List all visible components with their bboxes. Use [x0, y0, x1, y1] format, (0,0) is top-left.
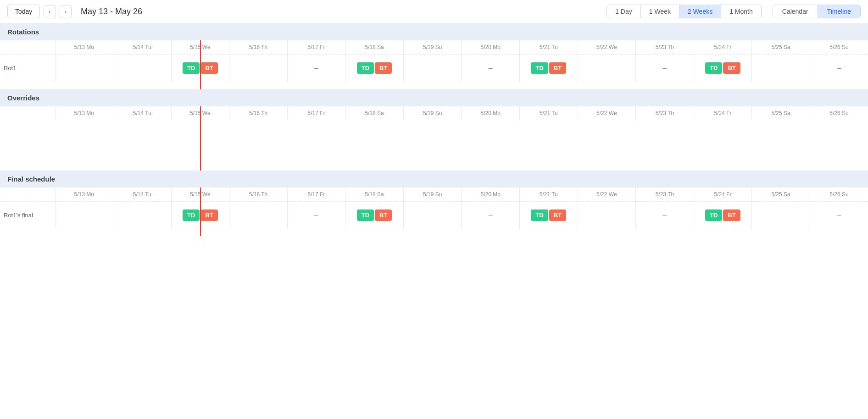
rot1-cell-2[interactable]: TD BT	[171, 55, 229, 82]
col-header-3: 5/16 Th	[229, 106, 288, 120]
bt-chip[interactable]: BT	[200, 210, 217, 221]
rot1-cell-13: –	[810, 55, 868, 82]
final-cell-13: –	[810, 201, 868, 229]
td-chip[interactable]: TD	[183, 62, 200, 74]
col-header-0: 5/13 Mo	[55, 106, 113, 120]
col-header-0: 5/13 Mo	[55, 187, 113, 202]
dash: –	[837, 64, 841, 72]
overrides-header-row: 5/13 Mo 5/14 Tu 5/15 We 5/16 Th 5/17 Fr …	[0, 106, 868, 120]
overrides-section: Overrides 5/13 Mo 5/14 Tu 5/15 We 5/16 T…	[0, 89, 868, 171]
rot1-cell-1	[113, 55, 172, 82]
rot1-cell-3	[229, 55, 288, 82]
final-cell-1	[113, 201, 172, 229]
mode-calendar[interactable]: Calendar	[773, 5, 818, 18]
next-button[interactable]: ›	[60, 5, 72, 18]
rotations-header: Rotations	[0, 23, 868, 40]
col-header-9: 5/22 We	[578, 187, 636, 202]
col-header-12: 5/25 Sa	[752, 106, 810, 120]
col-header-13: 5/26 Su	[810, 106, 868, 120]
col-header-2: 5/15 We	[171, 40, 229, 55]
prev-button[interactable]: ‹	[44, 5, 56, 18]
rot1-cell-12	[752, 55, 810, 82]
col-header-8: 5/21 Tu	[520, 106, 578, 120]
rot1-cell-7: –	[462, 55, 520, 82]
final-cell-5[interactable]: TD BT	[345, 201, 404, 229]
col-header-2: 5/15 We	[171, 187, 229, 202]
td-chip[interactable]: TD	[357, 210, 374, 221]
col-header-11: 5/24 Fr	[694, 40, 752, 55]
overrides-header: Overrides	[0, 89, 868, 106]
col-header-4: 5/17 Fr	[287, 106, 345, 120]
col-header-8: 5/21 Tu	[520, 40, 578, 55]
rot1-cell-11[interactable]: TD BT	[694, 55, 752, 82]
row-label-header	[0, 40, 55, 55]
col-header-6: 5/19 Su	[403, 40, 462, 55]
dash: –	[662, 64, 667, 72]
mode-timeline[interactable]: Timeline	[818, 5, 860, 18]
rot1-label: Rot1	[0, 55, 55, 82]
col-header-4: 5/17 Fr	[287, 187, 345, 202]
bt-chip[interactable]: BT	[375, 62, 392, 74]
dash: –	[489, 211, 493, 219]
final-cell-2[interactable]: TD BT	[171, 201, 229, 229]
bt-chip[interactable]: BT	[549, 210, 566, 221]
td-chip[interactable]: TD	[357, 62, 374, 74]
rot1-cell-0	[55, 55, 113, 82]
bt-chip[interactable]: BT	[549, 62, 566, 74]
col-header-9: 5/22 We	[578, 106, 636, 120]
today-button[interactable]: Today	[7, 5, 40, 18]
final-cell-6	[403, 201, 462, 229]
mode-group: Calendar Timeline	[773, 5, 861, 18]
dash: –	[314, 64, 318, 72]
final-cell-3	[229, 201, 288, 229]
rot1-cell-9	[578, 55, 636, 82]
dash: –	[662, 211, 667, 219]
view-1week[interactable]: 1 Week	[641, 5, 679, 18]
final-cell-12	[752, 201, 810, 229]
col-header-3: 5/16 Th	[229, 40, 288, 55]
final-cell-10: –	[636, 201, 694, 229]
rot1-row: Rot1 TD BT – TD BT	[0, 55, 868, 82]
final-cell-9	[578, 201, 636, 229]
rot1-cell-4: –	[287, 55, 345, 82]
col-header-10: 5/23 Th	[636, 106, 694, 120]
final-cell-8[interactable]: TD BT	[520, 201, 578, 229]
rot1-cell-6	[403, 55, 462, 82]
col-header-6: 5/19 Su	[403, 106, 462, 120]
toolbar: Today ‹ › May 13 - May 26 1 Day 1 Week 2…	[0, 0, 868, 23]
overrides-table: 5/13 Mo 5/14 Tu 5/15 We 5/16 Th 5/17 Fr …	[0, 106, 868, 171]
final-cell-11[interactable]: TD BT	[694, 201, 752, 229]
bt-chip[interactable]: BT	[375, 210, 392, 221]
view-1day[interactable]: 1 Day	[607, 5, 641, 18]
td-chip[interactable]: TD	[183, 210, 200, 221]
col-header-1: 5/14 Tu	[113, 40, 172, 55]
col-header-7: 5/20 Mo	[462, 40, 520, 55]
col-header-13: 5/26 Su	[810, 187, 868, 202]
rot1-cell-5[interactable]: TD BT	[345, 55, 404, 82]
col-header-5: 5/18 Sa	[345, 187, 404, 202]
dash: –	[314, 211, 318, 219]
td-chip[interactable]: TD	[705, 62, 722, 74]
view-2weeks[interactable]: 2 Weeks	[679, 5, 721, 18]
bt-chip[interactable]: BT	[723, 210, 740, 221]
final-cell-4: –	[287, 201, 345, 229]
rot1-cell-10: –	[636, 55, 694, 82]
rotations-header-row: 5/13 Mo 5/14 Tu 5/15 We 5/16 Th 5/17 Fr …	[0, 40, 868, 55]
rot1-cell-8[interactable]: TD BT	[520, 55, 578, 82]
final-schedule-table: 5/13 Mo 5/14 Tu 5/15 We 5/16 Th 5/17 Fr …	[0, 187, 868, 237]
col-header-12: 5/25 Sa	[752, 40, 810, 55]
col-header-11: 5/24 Fr	[694, 187, 752, 202]
col-header-11: 5/24 Fr	[694, 106, 752, 120]
td-chip[interactable]: TD	[531, 62, 548, 74]
col-header-2: 5/15 We	[171, 106, 229, 120]
bt-chip[interactable]: BT	[723, 62, 740, 74]
td-chip[interactable]: TD	[531, 210, 548, 221]
final-header-row: 5/13 Mo 5/14 Tu 5/15 We 5/16 Th 5/17 Fr …	[0, 187, 868, 202]
view-1month[interactable]: 1 Month	[721, 5, 761, 18]
td-chip[interactable]: TD	[705, 210, 722, 221]
col-header-5: 5/18 Sa	[345, 106, 404, 120]
row-label-header	[0, 106, 55, 120]
rotations-table: 5/13 Mo 5/14 Tu 5/15 We 5/16 Th 5/17 Fr …	[0, 40, 868, 89]
rot1-final-label: Rot1's final	[0, 201, 55, 229]
bt-chip[interactable]: BT	[200, 62, 217, 74]
